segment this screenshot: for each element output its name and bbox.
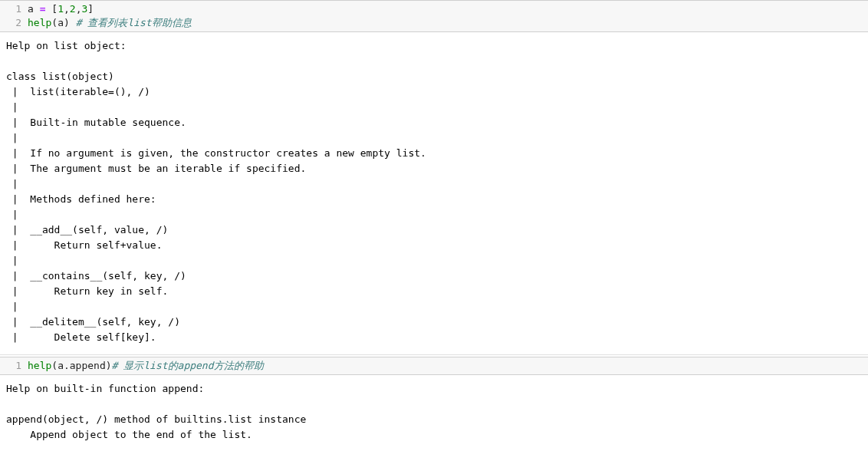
code-token: a	[28, 3, 34, 15]
code-token: a	[58, 17, 64, 28]
line-number-gutter: 1	[0, 359, 28, 373]
code-token: a.append	[58, 360, 106, 371]
code-token: (	[51, 360, 58, 371]
code-token: )	[64, 17, 76, 28]
output-text-2: Help on built-in function append: append…	[0, 375, 868, 449]
code-token: =	[34, 3, 51, 15]
code-token: )	[106, 360, 112, 371]
code-token: [	[51, 3, 58, 15]
code-editor[interactable]: a = [1,2,3] help(a) # 查看列表list帮助信息	[28, 2, 868, 30]
code-token: ]	[87, 3, 94, 15]
line-number: 1	[0, 2, 21, 16]
code-token: 2	[70, 3, 76, 15]
code-token: help	[28, 360, 51, 371]
code-cell-2[interactable]: 1 help(a.append)# 显示list的append方法的帮助	[0, 357, 868, 375]
code-cell-1[interactable]: 1 2 a = [1,2,3] help(a) # 查看列表list帮助信息	[0, 0, 868, 32]
line-number-gutter: 1 2	[0, 2, 28, 30]
output-text[interactable]: Help on list object: class list(object) …	[0, 32, 868, 354]
code-comment: # 查看列表list帮助信息	[76, 17, 192, 28]
output-area-1: Help on list object: class list(object) …	[0, 32, 868, 355]
code-editor[interactable]: help(a.append)# 显示list的append方法的帮助	[28, 359, 868, 373]
code-token: help	[28, 17, 51, 28]
line-number: 1	[0, 359, 21, 373]
line-number: 2	[0, 16, 21, 30]
code-comment: # 显示list的append方法的帮助	[112, 360, 264, 371]
code-token: (	[51, 17, 58, 28]
code-token: 1	[58, 3, 64, 15]
code-token: ,	[64, 3, 70, 15]
